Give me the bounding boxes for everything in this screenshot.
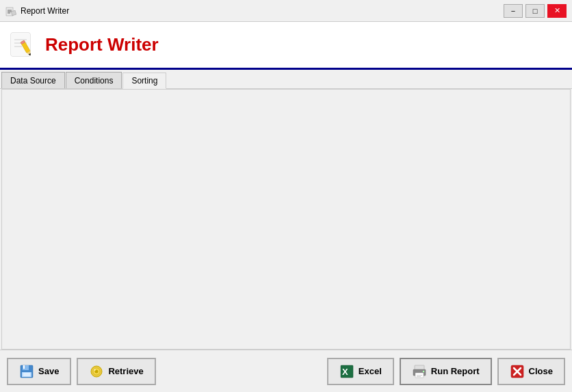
run-report-button[interactable]: Run Report — [400, 358, 492, 385]
printer-icon — [412, 364, 427, 379]
title-bar-left: Report Writer — [5, 5, 69, 16]
content-area — [1, 89, 571, 350]
svg-rect-16 — [23, 365, 25, 369]
svg-rect-29 — [417, 376, 421, 377]
maximize-button[interactable]: □ — [525, 4, 545, 18]
tab-data-source[interactable]: Data Source — [1, 72, 65, 88]
retrieve-icon — [89, 364, 104, 379]
window-title: Report Writer — [21, 6, 69, 16]
retrieve-button[interactable]: Retrieve — [77, 358, 155, 385]
minimize-button[interactable]: − — [504, 4, 523, 18]
tab-conditions[interactable]: Conditions — [66, 72, 122, 88]
save-icon — [19, 364, 34, 379]
svg-point-30 — [423, 370, 424, 371]
svg-rect-28 — [417, 375, 422, 376]
excel-icon: X — [339, 364, 354, 379]
close-x-icon — [510, 364, 525, 379]
tabs-area: Data Source Conditions Sorting — [0, 70, 572, 89]
footer-bar: Save Retrieve X Excel — [0, 350, 572, 392]
save-button[interactable]: Save — [7, 358, 71, 385]
title-bar-controls: − □ ✕ — [504, 4, 567, 18]
header-area: Report Writer — [0, 22, 572, 70]
svg-rect-4 — [11, 10, 16, 15]
tab-sorting[interactable]: Sorting — [122, 73, 166, 89]
title-bar: Report Writer − □ ✕ — [0, 0, 572, 22]
excel-button[interactable]: X Excel — [327, 358, 394, 385]
window-close-button[interactable]: ✕ — [547, 4, 567, 18]
svg-rect-18 — [23, 373, 30, 376]
footer-buttons-right: X Excel Run Report Close — [327, 358, 565, 385]
svg-text:X: X — [342, 367, 348, 377]
footer-buttons-left: Save Retrieve — [7, 358, 156, 385]
svg-point-22 — [94, 369, 96, 371]
close-button[interactable]: Close — [497, 358, 565, 385]
page-title: Report Writer — [45, 34, 159, 55]
report-writer-logo-icon — [8, 30, 38, 60]
app-icon — [5, 5, 16, 16]
